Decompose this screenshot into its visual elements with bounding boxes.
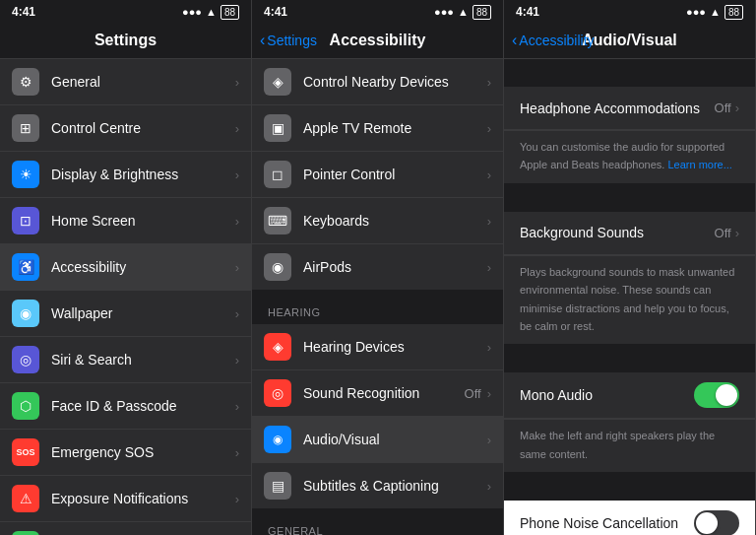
- row-siri[interactable]: ◎ Siri & Search ›: [0, 337, 251, 383]
- subtitles-icon: ▤: [264, 472, 291, 500]
- row-phone-noise[interactable]: Phone Noise Cancellation: [504, 501, 755, 535]
- group-headphone-accommodations: Headphone Accommodations Off › You can c…: [504, 87, 755, 183]
- status-bar-3: 4:41 ●●● ▲ 88: [504, 0, 755, 22]
- keyboards-label: Keyboards: [303, 213, 487, 229]
- display-chevron: ›: [235, 167, 239, 182]
- headphone-acc-value: Off: [715, 100, 731, 115]
- battery-icon-2: 88: [472, 5, 491, 20]
- back-label-2: Settings: [267, 33, 317, 48]
- panel1-title: Settings: [94, 32, 157, 49]
- nav-bar-2: ‹ Settings Accessibility: [252, 22, 503, 59]
- nav-bar-1: Settings: [0, 22, 251, 59]
- accessibility-chevron: ›: [235, 260, 239, 275]
- subtitles-label: Subtitles & Captioning: [303, 478, 487, 494]
- row-battery[interactable]: ▮ Battery ›: [0, 522, 251, 535]
- row-exposure[interactable]: ⚠ Exposure Notifications ›: [0, 476, 251, 522]
- general-label: General: [51, 74, 235, 90]
- appletvremote-label: Apple TV Remote: [303, 120, 487, 136]
- faceid-label: Face ID & Passcode: [51, 398, 235, 414]
- row-audiovisual[interactable]: ◉ Audio/Visual ›: [252, 417, 503, 463]
- row-general[interactable]: ⚙ General ›: [0, 59, 251, 105]
- controlnearby-icon: ◈: [264, 68, 291, 96]
- emergencysos-icon: SOS: [12, 438, 39, 466]
- headphone-acc-chevron: ›: [735, 100, 739, 115]
- settings-list-2: ◈ Control Nearby Devices › ▣ Apple TV Re…: [252, 59, 503, 535]
- mono-audio-toggle-knob: [716, 384, 737, 406]
- signal-icon-3: ●●●: [686, 6, 706, 18]
- nav-back-2[interactable]: ‹ Settings: [260, 32, 317, 49]
- status-icons-2: ●●● ▲ 88: [434, 5, 491, 20]
- background-sounds-value: Off: [715, 226, 731, 240]
- row-wallpaper[interactable]: ◉ Wallpaper ›: [0, 291, 251, 337]
- general-chevron: ›: [235, 75, 239, 90]
- back-chevron-2: ‹: [260, 32, 265, 49]
- exposure-icon: ⚠: [12, 485, 39, 512]
- gap-4: [504, 473, 755, 501]
- signal-icon: ●●●: [182, 6, 202, 18]
- audiovisual-icon: ◉: [264, 426, 291, 453]
- row-mono-audio[interactable]: Mono Audio: [504, 372, 755, 419]
- row-hearingdevices[interactable]: ◈ Hearing Devices ›: [252, 324, 503, 370]
- row-headphone-accommodations[interactable]: Headphone Accommodations Off ›: [504, 87, 755, 130]
- nav-back-3[interactable]: ‹ Accessibility: [512, 32, 595, 49]
- row-accessibility[interactable]: ♿ Accessibility ›: [0, 244, 251, 291]
- gap-1: [504, 59, 755, 87]
- section-hearing: HEARING: [252, 291, 503, 324]
- row-appletvremote[interactable]: ▣ Apple TV Remote ›: [252, 105, 503, 152]
- display-label: Display & Brightness: [51, 167, 235, 182]
- row-pointercontrol[interactable]: ◻ Pointer Control ›: [252, 152, 503, 198]
- group-mono-audio: Mono Audio Make the left and right speak…: [504, 372, 755, 472]
- row-faceid[interactable]: ⬡ Face ID & Passcode ›: [0, 383, 251, 430]
- mono-audio-toggle[interactable]: [694, 382, 739, 408]
- wifi-icon-2: ▲: [458, 6, 469, 18]
- row-keyboards[interactable]: ⌨ Keyboards ›: [252, 198, 503, 244]
- exposure-chevron: ›: [235, 492, 239, 506]
- emergencysos-label: Emergency SOS: [51, 444, 235, 460]
- panel-settings: 4:41 ●●● ▲ 88 Settings ⚙ General › ⊞ Con…: [0, 0, 252, 535]
- group-phone-noise: Phone Noise Cancellation Reduces ambient…: [504, 501, 755, 535]
- faceid-icon: ⬡: [12, 392, 39, 420]
- section-general: GENERAL: [252, 509, 503, 535]
- row-soundrecognition[interactable]: ◎ Sound Recognition Off ›: [252, 370, 503, 417]
- row-airpods[interactable]: ◉ AirPods ›: [252, 244, 503, 290]
- headphone-acc-value-group: Off ›: [715, 100, 739, 115]
- hearingdevices-label: Hearing Devices: [303, 339, 487, 355]
- row-emergencysos[interactable]: SOS Emergency SOS ›: [0, 430, 251, 476]
- accessibility-group-hearing: ◈ Hearing Devices › ◎ Sound Recognition …: [252, 324, 503, 508]
- row-display[interactable]: ☀ Display & Brightness ›: [0, 152, 251, 198]
- homescreen-label: Home Screen: [51, 213, 235, 229]
- panel-audiovisual: 4:41 ●●● ▲ 88 ‹ Accessibility Audio/Visu…: [504, 0, 756, 535]
- phone-noise-toggle-knob: [696, 512, 718, 534]
- status-bar-1: 4:41 ●●● ▲ 88: [0, 0, 251, 22]
- status-time-2: 4:41: [264, 5, 287, 19]
- exposure-label: Exposure Notifications: [51, 491, 235, 506]
- row-background-sounds[interactable]: Background Sounds Off ›: [504, 212, 755, 255]
- mono-audio-sub: Make the left and right speakers play th…: [520, 430, 715, 459]
- emergencysos-chevron: ›: [235, 445, 239, 460]
- battery-icon-3: 88: [724, 5, 743, 20]
- nav-bar-3: ‹ Accessibility Audio/Visual: [504, 22, 755, 59]
- headphone-acc-label: Headphone Accommodations: [520, 100, 700, 116]
- status-time-1: 4:41: [12, 5, 35, 19]
- row-subtitles[interactable]: ▤ Subtitles & Captioning ›: [252, 463, 503, 508]
- homescreen-chevron: ›: [235, 214, 239, 229]
- controlnearby-label: Control Nearby Devices: [303, 74, 487, 90]
- status-icons-1: ●●● ▲ 88: [182, 5, 239, 20]
- background-sounds-value-group: Off ›: [715, 226, 739, 240]
- settings-group-1: ⚙ General › ⊞ Control Centre › ☀ Display…: [0, 59, 251, 535]
- controlcentre-chevron: ›: [235, 121, 239, 136]
- row-homescreen[interactable]: ⊡ Home Screen ›: [0, 198, 251, 244]
- group-background-sounds: Background Sounds Off › Plays background…: [504, 212, 755, 345]
- phone-noise-toggle[interactable]: [694, 510, 739, 535]
- siri-icon: ◎: [12, 346, 39, 373]
- background-sounds-chevron: ›: [735, 226, 739, 240]
- mono-audio-label: Mono Audio: [520, 387, 593, 403]
- background-sounds-sub: Plays background sounds to mask unwanted…: [520, 266, 734, 332]
- accessibility-label: Accessibility: [51, 259, 235, 275]
- wallpaper-label: Wallpaper: [51, 305, 235, 321]
- wallpaper-chevron: ›: [235, 306, 239, 321]
- background-sounds-label: Background Sounds: [520, 225, 644, 240]
- row-controlcentre[interactable]: ⊞ Control Centre ›: [0, 105, 251, 152]
- row-controlnearby[interactable]: ◈ Control Nearby Devices ›: [252, 59, 503, 105]
- soundrecognition-icon: ◎: [264, 379, 291, 407]
